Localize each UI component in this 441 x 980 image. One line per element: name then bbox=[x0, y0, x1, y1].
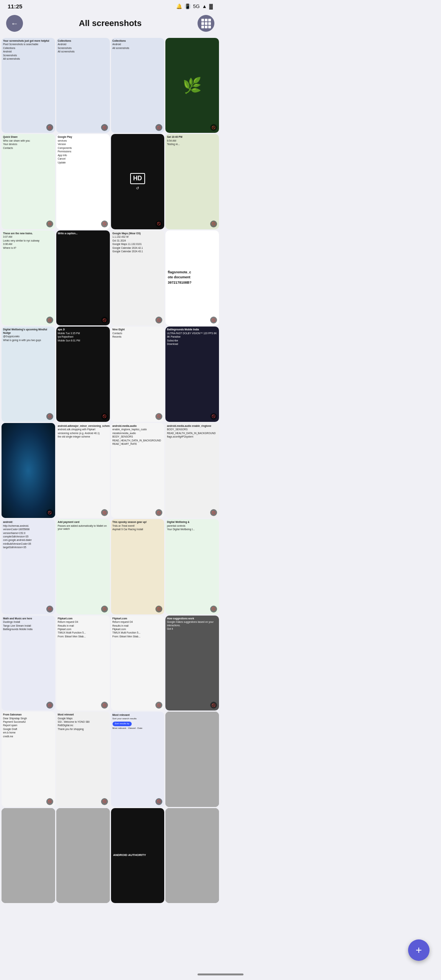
screenshot-thumb[interactable]: android.adkmajor_minor_versioning_scheme… bbox=[56, 423, 110, 518]
no-share-badge: 🚫 bbox=[155, 606, 162, 612]
screenshot-thumb[interactable]: This spooky season gear up!Trick-or-Trea… bbox=[111, 519, 165, 614]
no-share-badge: 🚫 bbox=[101, 509, 108, 516]
no-share-badge: 🚫 bbox=[210, 702, 217, 709]
no-share-badge: 🚫 bbox=[46, 606, 53, 612]
no-share-badge: 🚫 bbox=[46, 509, 53, 516]
screenshot-thumb[interactable]: HD↺🚫 bbox=[111, 134, 165, 229]
grid-view-button[interactable] bbox=[198, 15, 214, 32]
screenshot-thumb[interactable]: Digital Wellbeing's upcoming Mindful Nud… bbox=[2, 327, 55, 421]
screenshot-thumb[interactable]: flagsremote_cote document3972178108B?🚫 bbox=[165, 230, 219, 325]
screenshot-thumb[interactable]: Most relevant Sort your search results S… bbox=[111, 712, 165, 807]
status-time: 11:25 bbox=[8, 3, 22, 10]
screenshot-thumb[interactable]: Flipkart.comReturn request O4Results in … bbox=[56, 616, 110, 710]
screenshot-thumb[interactable]: Battlegrounds Mobile IndiaULTRA-FAST DOL… bbox=[165, 327, 219, 421]
no-share-badge: 🚫 bbox=[46, 220, 53, 227]
screenshot-thumb[interactable]: Most relevantGoogle MapsSSl - Welcome to… bbox=[56, 712, 110, 807]
alarm-icon: 🔔 bbox=[176, 3, 182, 9]
screenshot-thumb[interactable]: Quick ShareWho can share with you:Your d… bbox=[2, 134, 55, 229]
screenshot-thumb[interactable]: Google PlayservicesVersionComponentsPerm… bbox=[56, 134, 110, 229]
screenshot-thumb[interactable]: Math and Music are hereDuolingo InstallT… bbox=[2, 616, 55, 710]
screenshot-thumb[interactable]: CollectionsAndroidAll screenshots🚫 bbox=[111, 38, 165, 133]
back-button[interactable]: ← bbox=[6, 15, 23, 32]
vibrate-icon: 📳 bbox=[185, 3, 191, 9]
screenshot-thumb[interactable]: Sat 10:40 PM6:54 AMTesting re...🚫 bbox=[165, 134, 219, 229]
screenshots-grid: Your screenshots just got more helpfulPi… bbox=[0, 37, 220, 934]
no-share-badge: 🚫 bbox=[101, 702, 108, 709]
no-share-badge: 🚫 bbox=[46, 413, 53, 420]
screenshot-thumb[interactable]: 🚫 bbox=[2, 423, 55, 518]
no-share-badge: 🚫 bbox=[155, 413, 162, 420]
status-icons: 🔔 📳 5G ▲ ▓ bbox=[176, 3, 213, 9]
screenshot-thumb[interactable]: Add payment cardPasses are added automat… bbox=[56, 519, 110, 614]
screenshot-thumb[interactable]: Google Maps (Wear OS)1.1.132.432 WOct 31… bbox=[111, 230, 165, 325]
no-share-badge: 🚫 bbox=[101, 413, 108, 420]
screenshot-thumb[interactable]: Flipkart.comReturn request O4Results in … bbox=[111, 616, 165, 710]
screenshot-thumb[interactable]: apa JiMobile Tue 3:35 PMiya RajasthaniMo… bbox=[56, 327, 110, 421]
no-share-badge: 🚫 bbox=[155, 220, 162, 227]
screenshot-thumb[interactable]: From SalesmanDear Shipratap SinghPayment… bbox=[2, 712, 55, 807]
no-share-badge: 🚫 bbox=[101, 606, 108, 612]
screenshot-thumb[interactable]: android.media.audio enable_ringtoneBODY_… bbox=[165, 423, 219, 518]
screenshot-thumb[interactable] bbox=[56, 808, 110, 903]
no-share-badge: 🚫 bbox=[210, 220, 217, 227]
grid-icon bbox=[201, 19, 211, 28]
screenshot-thumb[interactable]: How suggestions workGoogle makes suggest… bbox=[165, 616, 219, 710]
no-share-badge: 🚫 bbox=[210, 413, 217, 420]
status-bar: 11:25 🔔 📳 5G ▲ ▓ bbox=[0, 0, 220, 11]
screenshot-thumb[interactable]: Write a caption...🚫 bbox=[56, 230, 110, 325]
screenshot-thumb[interactable]: ANDROID AUTHORITY bbox=[111, 808, 165, 903]
no-share-badge: 🚫 bbox=[101, 124, 108, 131]
page-title: All screenshots bbox=[23, 18, 198, 28]
screenshot-thumb[interactable]: Nine EightContactsRecents🚫 bbox=[111, 327, 165, 421]
header: ← All screenshots bbox=[0, 11, 220, 37]
no-share-badge: 🚫 bbox=[101, 220, 108, 227]
screenshot-thumb[interactable]: CollectionsAndroidScreenshotsAll screens… bbox=[56, 38, 110, 133]
battery-icon: ▓ bbox=[209, 3, 213, 9]
screenshot-thumb[interactable]: Digital Wellbeing &parental controlsYour… bbox=[165, 519, 219, 614]
network-5g: 5G bbox=[193, 3, 199, 9]
screenshot-thumb[interactable]: 🌿🚫 bbox=[165, 38, 219, 133]
screenshot-thumb[interactable]: android.media.audioenable_ringtone_hapti… bbox=[111, 423, 165, 518]
no-share-badge: 🚫 bbox=[101, 317, 108, 323]
screenshot-thumb[interactable]: Your screenshots just got more helpfulPi… bbox=[2, 38, 55, 133]
no-share-badge: 🚫 bbox=[46, 798, 53, 805]
screenshot-thumb[interactable] bbox=[2, 808, 55, 903]
no-share-badge: 🚫 bbox=[155, 798, 162, 805]
no-share-badge: 🚫 bbox=[101, 798, 108, 805]
no-share-badge: 🚫 bbox=[46, 702, 53, 709]
screenshot-thumb[interactable] bbox=[165, 808, 219, 903]
no-share-badge: 🚫 bbox=[46, 317, 53, 323]
screenshot-thumb[interactable]: These are the new trains.3:07 AMLooks ve… bbox=[2, 230, 55, 325]
no-share-badge: 🚫 bbox=[210, 606, 217, 612]
signal-icon: ▲ bbox=[202, 3, 207, 9]
screenshot-thumb[interactable]: android:http://schemas.android.versionCo… bbox=[2, 519, 55, 614]
screenshot-thumb[interactable] bbox=[165, 712, 219, 807]
